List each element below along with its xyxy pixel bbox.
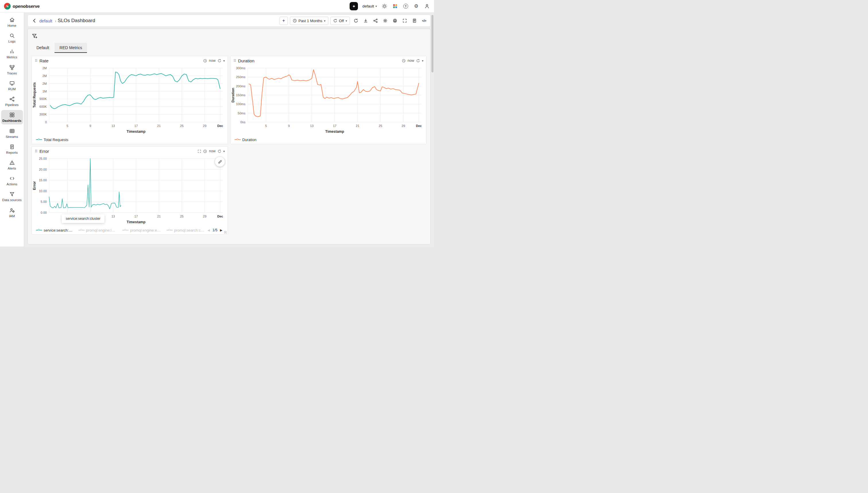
svg-text:9: 9 bbox=[89, 124, 91, 128]
help-icon[interactable]: ? bbox=[403, 3, 409, 9]
sidebar-item-label: Streams bbox=[6, 135, 18, 139]
sidebar-item-metrics[interactable]: Metrics bbox=[1, 46, 23, 61]
refresh-icon[interactable] bbox=[218, 149, 221, 153]
add-panel-button[interactable]: + bbox=[279, 17, 288, 25]
svg-text:25: 25 bbox=[379, 124, 382, 128]
svg-text:900K: 900K bbox=[39, 97, 47, 101]
rate-chart[interactable]: 0300K600K900K1M2M2M2M591317212529DecTime… bbox=[32, 65, 228, 135]
svg-text:Timestamp: Timestamp bbox=[127, 130, 145, 134]
refresh-timer-icon bbox=[333, 19, 337, 23]
sidebar-item-reports[interactable]: Reports bbox=[1, 142, 23, 156]
traces-icon bbox=[9, 64, 15, 71]
legend-page-prev-icon[interactable]: ◀ bbox=[207, 229, 210, 232]
legend-item[interactable]: Total Requests bbox=[36, 137, 68, 142]
page-scrollbar[interactable] bbox=[431, 15, 433, 72]
chevron-down-icon[interactable]: ▾ bbox=[422, 59, 424, 62]
svg-text:29: 29 bbox=[402, 124, 405, 128]
theme-toggle-icon[interactable] bbox=[381, 3, 388, 9]
sidebar-item-streams[interactable]: Streams bbox=[1, 126, 23, 140]
chevron-down-icon[interactable]: ▾ bbox=[223, 150, 225, 153]
document-button[interactable] bbox=[410, 17, 418, 25]
openobserve-logo-icon: ∿ bbox=[4, 3, 10, 9]
print-button[interactable] bbox=[391, 17, 399, 25]
legend-item[interactable]: promql:engine:loa... bbox=[78, 228, 117, 232]
duration-chart[interactable]: 0ns50ms100ms150ms200ms250ms300ms59131721… bbox=[230, 65, 426, 135]
breadcrumb-org[interactable]: default bbox=[39, 18, 52, 23]
sidebar-item-logs[interactable]: Logs bbox=[1, 31, 23, 45]
sidebar-item-traces[interactable]: Traces bbox=[1, 63, 23, 77]
sidebar-item-dashboards[interactable]: Dashboards bbox=[1, 110, 23, 124]
sidebar-item-data-sources[interactable]: Data sources bbox=[1, 189, 23, 203]
refresh-icon[interactable] bbox=[416, 59, 420, 63]
drag-handle-icon[interactable]: ⠿ bbox=[35, 59, 38, 63]
share-button[interactable] bbox=[371, 17, 379, 25]
svg-text:5.00: 5.00 bbox=[41, 200, 47, 203]
fullscreen-button[interactable] bbox=[401, 17, 408, 25]
svg-text:21: 21 bbox=[157, 215, 161, 218]
refresh-icon[interactable] bbox=[218, 59, 221, 63]
time-range-value: Past 1 Months bbox=[298, 19, 322, 23]
drag-handle-icon[interactable]: ⠿ bbox=[35, 149, 38, 153]
sidebar-item-iam[interactable]: IAM bbox=[1, 206, 23, 219]
panel-resize-handle[interactable] bbox=[224, 231, 227, 234]
sidebar-item-label: Logs bbox=[8, 40, 16, 43]
sidebar-item-label: Home bbox=[7, 24, 16, 27]
sidebar-item-home[interactable]: Home bbox=[1, 15, 23, 29]
sidebar-item-pipelines[interactable]: Pipelines bbox=[1, 94, 23, 108]
time-range-select[interactable]: Past 1 Months ▾ bbox=[290, 17, 328, 25]
refresh-button[interactable] bbox=[352, 17, 360, 25]
svg-text:Timestamp: Timestamp bbox=[325, 130, 344, 134]
drag-handle-icon[interactable]: ⠿ bbox=[233, 59, 236, 63]
svg-text:15.00: 15.00 bbox=[39, 178, 47, 182]
search-icon bbox=[9, 33, 15, 39]
auto-refresh-select[interactable]: Off ▾ bbox=[330, 17, 350, 25]
svg-text:50ms: 50ms bbox=[238, 111, 246, 115]
sparkle-icon: ✦ bbox=[352, 4, 356, 8]
clock-icon bbox=[293, 19, 297, 23]
legend-item[interactable]: promql:engine:exec bbox=[122, 228, 161, 232]
warning-triangle-icon bbox=[9, 159, 15, 166]
back-button[interactable] bbox=[30, 16, 39, 25]
sidebar-item-rum[interactable]: RUM bbox=[1, 79, 23, 92]
panel-title: Duration bbox=[238, 58, 255, 63]
export-download-button[interactable] bbox=[362, 17, 369, 25]
top-app-bar: ∿ openobserve ✦ default ▾ bbox=[0, 0, 434, 13]
help-question-mark: ? bbox=[403, 4, 408, 8]
legend-item[interactable]: service:search:cl... bbox=[36, 228, 73, 232]
svg-text:0: 0 bbox=[45, 121, 47, 124]
auto-refresh-value: Off bbox=[339, 19, 344, 23]
user-profile-icon[interactable] bbox=[424, 3, 430, 9]
svg-text:13: 13 bbox=[111, 215, 115, 218]
legend-marker bbox=[36, 138, 42, 141]
panel-duration: ⠿ Duration now ▾ 0n bbox=[230, 56, 427, 144]
legend-page-next-icon[interactable]: ▶ bbox=[220, 229, 223, 232]
code-button[interactable]: </> bbox=[420, 17, 428, 25]
error-chart[interactable]: 0.005.0010.0015.0020.0025.00591317212529… bbox=[32, 156, 228, 226]
panel-fullscreen-icon[interactable] bbox=[198, 149, 201, 153]
clock-icon bbox=[203, 59, 207, 63]
sidebar-item-label: Data sources bbox=[2, 198, 22, 202]
settings-gear-icon[interactable]: ⚙ bbox=[413, 3, 419, 9]
streams-table-icon bbox=[9, 128, 15, 134]
add-filter-icon[interactable] bbox=[31, 33, 38, 39]
org-selector[interactable]: default ▾ bbox=[362, 4, 377, 8]
edit-panel-button[interactable] bbox=[215, 157, 225, 167]
svg-text:1M: 1M bbox=[43, 90, 47, 93]
sidebar-item-alerts[interactable]: Alerts bbox=[1, 158, 23, 172]
sidebar-item-actions[interactable]: Actions bbox=[1, 173, 23, 188]
apps-grid-icon[interactable] bbox=[392, 3, 398, 9]
legend-item[interactable]: promql:search:clu... bbox=[166, 228, 205, 232]
svg-text:17: 17 bbox=[333, 124, 336, 128]
page-title: SLOs Dashboard bbox=[58, 18, 95, 24]
svg-text:250ms: 250ms bbox=[236, 75, 246, 79]
tab-red-metrics[interactable]: RED Metrics bbox=[54, 43, 87, 53]
clock-icon bbox=[203, 149, 207, 153]
ai-assistant-button[interactable]: ✦ bbox=[350, 2, 358, 10]
sidebar-item-label: Metrics bbox=[7, 56, 17, 59]
legend-item[interactable]: Duration bbox=[234, 137, 256, 142]
funnel-icon bbox=[9, 191, 15, 197]
dashboard-settings-button[interactable] bbox=[381, 17, 389, 25]
tab-default[interactable]: Default bbox=[31, 43, 54, 53]
svg-text:25: 25 bbox=[180, 124, 183, 128]
chevron-down-icon[interactable]: ▾ bbox=[223, 59, 225, 62]
